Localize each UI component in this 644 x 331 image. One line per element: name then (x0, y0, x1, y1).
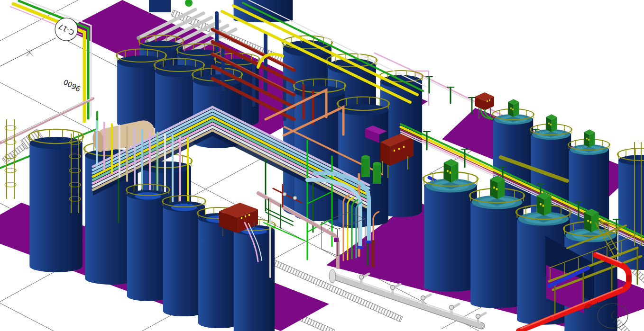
storage-tank[interactable] (28, 129, 83, 272)
green-sphere (185, 0, 193, 7)
dimension-label: 9600 (62, 77, 82, 93)
storage-tank[interactable] (294, 79, 346, 222)
plant-model-scene[interactable]: C-17 9600 (0, 0, 644, 331)
cad-3d-viewport[interactable]: C-17 9600 (0, 0, 644, 331)
